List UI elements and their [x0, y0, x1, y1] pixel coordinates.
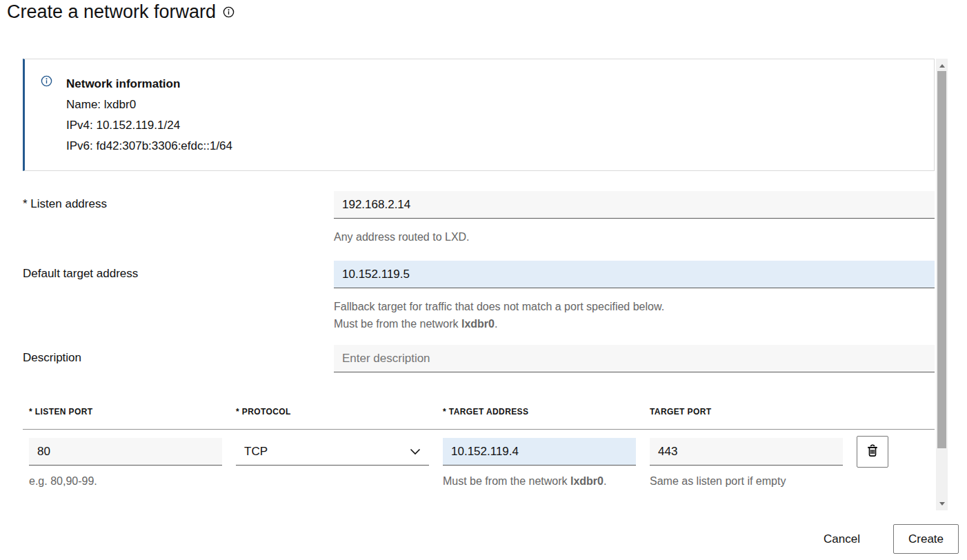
triangle-down-icon	[939, 502, 945, 506]
form-scroll-area: Network information Name: lxdbr0 IPv4: 1…	[23, 59, 935, 510]
protocol-select[interactable]: TCP	[236, 438, 429, 466]
help-line-2-suffix: .	[495, 318, 497, 330]
page-title-text: Create a network forward	[7, 1, 216, 23]
vertical-scrollbar[interactable]	[936, 59, 948, 510]
create-button[interactable]: Create	[893, 524, 959, 554]
description-label: Description	[23, 345, 334, 372]
footer-actions: Cancel Create	[822, 524, 959, 554]
listen-address-help: Any address routed to LXD.	[334, 228, 935, 246]
notification-body: Network information Name: lxdbr0 IPv4: 1…	[66, 74, 232, 170]
listen-address-input[interactable]	[334, 191, 935, 219]
ports-table: * LISTEN PORT * PROTOCOL * TARGET ADDRES…	[23, 407, 935, 490]
header-protocol: * PROTOCOL	[236, 407, 429, 417]
description-row: Description	[23, 345, 935, 372]
default-target-address-input[interactable]	[334, 261, 935, 288]
header-listen-port: * LISTEN PORT	[29, 407, 222, 417]
help-line-1: Fallback target for traffic that does no…	[334, 301, 664, 312]
listen-port-help: e.g. 80,90-99.	[29, 472, 222, 490]
description-input[interactable]	[334, 345, 935, 372]
description-field-col	[334, 345, 935, 372]
target-port-help: Same as listen port if empty	[650, 472, 843, 490]
ports-table-input-row: TCP	[23, 436, 935, 468]
title-help-button[interactable]	[223, 6, 235, 20]
triangle-up-icon	[939, 64, 945, 68]
help-network-name: lxdbr0	[461, 318, 495, 330]
network-ipv4-line: IPv4: 10.152.119.1/24	[66, 115, 232, 136]
trash-icon	[866, 444, 879, 460]
listen-address-field-col: Any address routed to LXD.	[334, 191, 935, 246]
default-target-address-label: Default target address	[23, 261, 334, 332]
target-address-help-prefix: Must be from the network	[443, 475, 570, 487]
default-target-address-field-col: Fallback target for traffic that does no…	[334, 261, 935, 332]
default-target-address-row: Default target address Fallback target f…	[23, 261, 935, 332]
protocol-select-value: TCP	[244, 445, 268, 459]
ports-table-header-row: * LISTEN PORT * PROTOCOL * TARGET ADDRES…	[23, 407, 935, 430]
scrollbar-down-arrow[interactable]	[936, 498, 948, 509]
listen-address-row: * Listen address Any address routed to L…	[23, 191, 935, 246]
listen-port-input[interactable]	[29, 438, 222, 466]
header-target-address: * TARGET ADDRESS	[443, 407, 636, 417]
target-port-input[interactable]	[650, 438, 843, 466]
cancel-button[interactable]: Cancel	[822, 526, 861, 553]
network-ipv6-line: IPv6: fd42:307b:3306:efdc::1/64	[66, 136, 232, 157]
chevron-down-icon	[410, 445, 421, 459]
scrollbar-thumb[interactable]	[937, 71, 946, 448]
network-name-line: Name: lxdbr0	[66, 94, 232, 115]
info-icon	[223, 6, 235, 20]
target-address-help-network: lxdbr0	[570, 475, 604, 487]
create-network-forward-page: Create a network forward	[0, 0, 967, 560]
default-target-address-help: Fallback target for traffic that does no…	[334, 298, 935, 332]
scrollbar-up-arrow[interactable]	[936, 60, 948, 71]
notification-title: Network information	[66, 74, 232, 94]
ports-table-help-row: e.g. 80,90-99. Must be from the network …	[23, 472, 935, 490]
page-title: Create a network forward	[7, 1, 235, 23]
delete-port-row-button[interactable]	[857, 436, 888, 468]
target-address-help: Must be from the network lxdbr0.	[443, 472, 636, 490]
network-information-banner: Network information Name: lxdbr0 IPv4: 1…	[23, 59, 935, 171]
help-line-2-prefix: Must be from the network	[334, 318, 461, 330]
info-icon	[41, 75, 52, 87]
listen-address-label: * Listen address	[23, 191, 334, 246]
header-target-port: TARGET PORT	[650, 407, 843, 417]
target-address-help-suffix: .	[604, 475, 606, 487]
target-address-input[interactable]	[443, 438, 636, 466]
